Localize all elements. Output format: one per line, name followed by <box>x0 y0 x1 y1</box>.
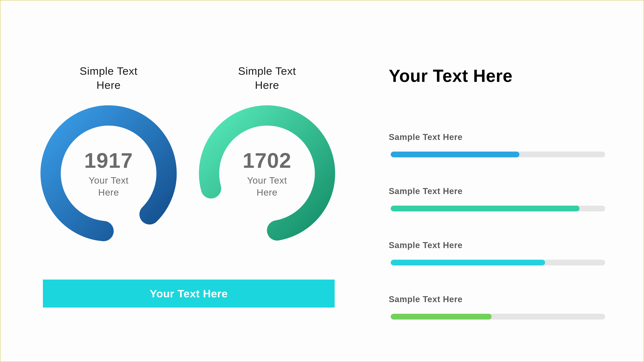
bar-2-label: Sample Text Here <box>389 186 607 196</box>
gauge-2-subtext: Your TextHere <box>243 175 292 199</box>
right-title: Your Text Here <box>389 66 607 86</box>
bar-2: Sample Text Here <box>389 186 607 211</box>
gauge-1-subtext: Your TextHere <box>84 175 133 199</box>
bar-3-label: Sample Text Here <box>389 240 607 250</box>
right-section: Your Text Here Sample Text Here Sample T… <box>389 66 607 320</box>
gauge-1-arc: 1917 Your TextHere <box>39 104 178 243</box>
bar-2-track <box>391 206 605 211</box>
bar-3-fill <box>391 260 545 266</box>
gauge-2-value: 1702 <box>243 148 292 173</box>
gauge-2-arc: 1702 Your TextHere <box>198 104 336 243</box>
gauge-1-value: 1917 <box>84 148 133 173</box>
bar-2-fill <box>391 206 580 211</box>
gauge-2: Simple TextHere 1702 Your TextHere <box>198 64 336 243</box>
bar-4-label: Sample Text Here <box>389 295 607 304</box>
banner: Your Text Here <box>43 280 335 308</box>
gauge-1-title: Simple TextHere <box>80 64 138 92</box>
gauge-1-center: 1917 Your TextHere <box>84 148 133 199</box>
bar-4-track <box>391 314 605 320</box>
bar-1-label: Sample Text Here <box>389 132 607 142</box>
gauge-2-center: 1702 Your TextHere <box>243 148 292 199</box>
bar-1-fill <box>391 152 519 157</box>
gauges-row: Simple TextHere 1917 Your TextHere <box>39 64 348 243</box>
gauge-1: Simple TextHere 1917 Your TextHere <box>39 64 178 243</box>
bars-list: Sample Text Here Sample Text Here Sample… <box>389 132 607 320</box>
bar-4-fill <box>391 314 492 320</box>
bar-4: Sample Text Here <box>389 295 607 320</box>
bar-3-track <box>391 260 605 266</box>
bar-1-track <box>391 152 605 157</box>
bar-1: Sample Text Here <box>389 132 607 157</box>
bar-3: Sample Text Here <box>389 240 607 266</box>
gauge-2-title: Simple TextHere <box>238 64 296 92</box>
left-section: Simple TextHere 1917 Your TextHere <box>39 64 348 308</box>
